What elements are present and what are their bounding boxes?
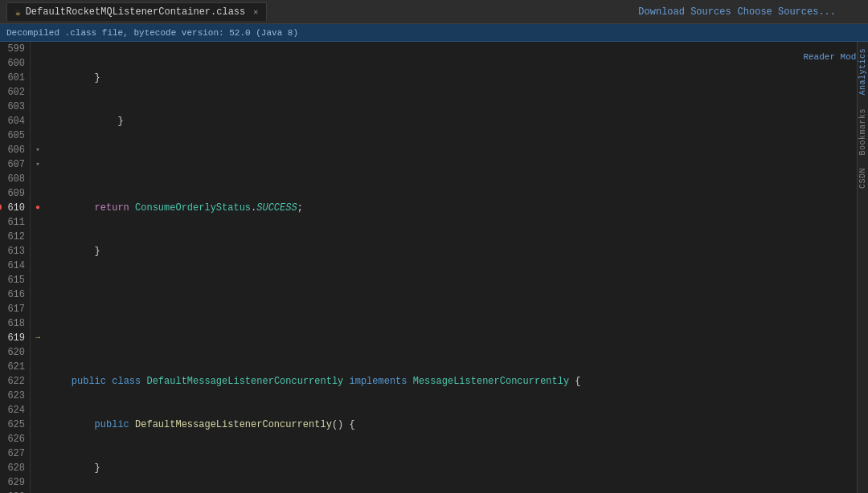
sidebar-strip-1[interactable]: Analytics — [858, 48, 867, 96]
line-606: 606 — [0, 143, 25, 157]
tab-bar: ☕ DefaultRocketMQListenerContainer.class… — [0, 0, 868, 24]
line-numbers: 599 600 601 602 603 604 605 606 607 608 … — [0, 42, 31, 493]
line-602: 602 — [0, 85, 25, 100]
line-622: 622 — [0, 374, 25, 389]
top-links: Download Sources Choose Sources... — [638, 0, 836, 24]
line-627: 627 — [0, 446, 25, 461]
line-626: 626 — [0, 432, 25, 446]
gutter-621 — [31, 360, 45, 374]
info-bar: Decompiled .class file, bytecode version… — [0, 24, 868, 42]
code-line-600: } — [48, 114, 868, 128]
gutter-613 — [31, 244, 45, 259]
gutter-630 — [31, 490, 45, 493]
line-601: 601 — [0, 71, 25, 85]
gutter-606: ▾ — [31, 143, 45, 157]
line-624: 624 — [0, 403, 25, 418]
code-line-602: return ConsumeOrderlyStatus.SUCCESS; — [48, 201, 868, 215]
line-630: 630 — [0, 490, 25, 493]
gutter-608 — [31, 172, 45, 186]
gutter-624 — [31, 403, 45, 418]
line-617: 617 — [0, 302, 25, 316]
gutter-617 — [31, 302, 45, 316]
close-tab-button[interactable]: ✕ — [253, 7, 258, 17]
line-621: 621 — [0, 360, 25, 374]
line-619: 619 — [0, 331, 25, 345]
line-610: 610 — [0, 201, 25, 215]
file-tab[interactable]: ☕ DefaultRocketMQListenerContainer.class… — [6, 2, 267, 21]
line-625: 625 — [0, 418, 25, 432]
code-line-605 — [48, 331, 868, 345]
gutter-607: ▾ — [31, 157, 45, 172]
line-600: 600 — [0, 56, 25, 71]
line-603: 603 — [0, 100, 25, 114]
decompile-info: Decompiled .class file, bytecode version… — [6, 28, 298, 38]
gutter-599 — [31, 42, 45, 56]
line-605: 605 — [0, 128, 25, 143]
code-line-607: public DefaultMessageListenerConcurrentl… — [48, 418, 868, 432]
line-628: 628 — [0, 461, 25, 475]
gutter-628 — [31, 461, 45, 475]
line-612: 612 — [0, 230, 25, 244]
gutter-601 — [31, 71, 45, 85]
line-615: 615 — [0, 273, 25, 287]
line-608: 608 — [0, 172, 25, 186]
gutter-627 — [31, 446, 45, 461]
line-616: 616 — [0, 287, 25, 302]
gutter-600 — [31, 56, 45, 71]
tab-label: DefaultRocketMQListenerContainer.class — [26, 6, 246, 18]
code-content: } } return ConsumeOrderlyStatus.SUCCESS;… — [45, 42, 868, 493]
gutter-604 — [31, 114, 45, 128]
gutter-614 — [31, 259, 45, 273]
line-604: 604 — [0, 114, 25, 128]
gutter-619: → — [31, 331, 45, 345]
gutter-612 — [31, 230, 45, 244]
gutter-615 — [31, 273, 45, 287]
gutter-629 — [31, 475, 45, 490]
line-614: 614 — [0, 259, 25, 273]
fold-icon[interactable]: ▾ — [35, 143, 39, 157]
gutter-622 — [31, 374, 45, 389]
gutter-605 — [31, 128, 45, 143]
gutter-623 — [31, 389, 45, 403]
code-line-601 — [48, 157, 868, 172]
code-line-608: } — [48, 461, 868, 475]
line-609: 609 — [0, 186, 25, 201]
code-line-599: } — [48, 71, 868, 85]
gutter-602 — [31, 85, 45, 100]
line-623: 623 — [0, 389, 25, 403]
download-sources-link[interactable]: Download Sources — [638, 6, 731, 18]
gutter-620 — [31, 345, 45, 360]
code-line-604 — [48, 287, 868, 302]
gutter-609 — [31, 186, 45, 201]
code-line-606: public class DefaultMessageListenerConcu… — [48, 374, 868, 389]
line-620: 620 — [0, 345, 25, 360]
gutter-610: ● — [31, 201, 45, 215]
sidebar-strip-3[interactable]: CSDN — [858, 168, 867, 189]
gutter: ▾ ▾ ● → — [31, 42, 45, 493]
gutter-611 — [31, 215, 45, 230]
line-607: 607 — [0, 157, 25, 172]
sidebar-strip-2[interactable]: Bookmarks — [858, 108, 867, 156]
java-icon: ☕ — [15, 7, 21, 18]
gutter-625 — [31, 418, 45, 432]
code-editor: 599 600 601 602 603 604 605 606 607 608 … — [0, 42, 868, 493]
gutter-626 — [31, 432, 45, 446]
gutter-618 — [31, 316, 45, 331]
code-line-603: } — [48, 244, 868, 259]
line-599: 599 — [0, 42, 25, 56]
line-629: 629 — [0, 475, 25, 490]
gutter-616 — [31, 287, 45, 302]
choose-sources-link[interactable]: Choose Sources... — [738, 6, 836, 18]
gutter-603 — [31, 100, 45, 114]
line-618: 618 — [0, 316, 25, 331]
right-sidebar: Analytics Bookmarks CSDN — [857, 42, 868, 493]
line-611: 611 — [0, 215, 25, 230]
fold-icon[interactable]: ▾ — [35, 157, 39, 172]
line-613: 613 — [0, 244, 25, 259]
